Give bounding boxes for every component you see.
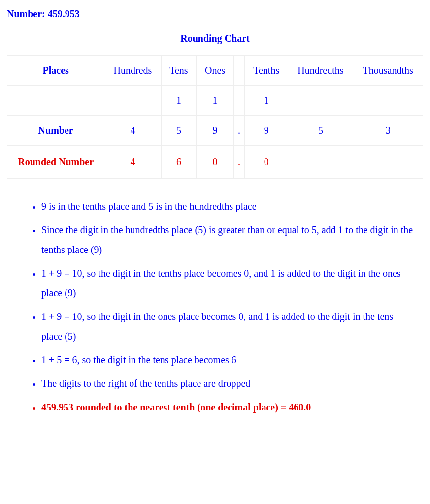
number-line: Number: 459.953 bbox=[7, 7, 423, 21]
places-header: Places bbox=[7, 56, 104, 86]
step-item: 1 + 5 = 6, so the digit in the tens plac… bbox=[41, 350, 413, 370]
col-tens: Tens bbox=[161, 56, 197, 86]
rnd-tenths: 0 bbox=[244, 146, 288, 179]
step-item: 1 + 9 = 10, so the digit in the ones pla… bbox=[41, 307, 413, 346]
table-row-number: Number 4 5 9 . 9 5 3 bbox=[7, 116, 423, 146]
carry-thousandths bbox=[353, 86, 423, 116]
col-ones: Ones bbox=[197, 56, 234, 86]
chart-title: Rounding Chart bbox=[7, 32, 423, 45]
rounded-row-header: Rounded Number bbox=[7, 146, 104, 179]
rnd-ones: 0 bbox=[197, 146, 234, 179]
step-item: 1 + 9 = 10, so the digit in the tenths p… bbox=[41, 263, 413, 303]
num-thousandths: 3 bbox=[353, 116, 423, 146]
steps-list: 9 is in the tenths place and 5 is in the… bbox=[27, 196, 423, 417]
carry-tens: 1 bbox=[161, 86, 197, 116]
step-item: The digits to the right of the tenths pl… bbox=[41, 374, 413, 393]
num-ones: 9 bbox=[197, 116, 234, 146]
rnd-hundredths bbox=[288, 146, 353, 179]
col-tenths: Tenths bbox=[244, 56, 288, 86]
num-hundredths: 5 bbox=[288, 116, 353, 146]
num-tens: 5 bbox=[161, 116, 197, 146]
carry-header bbox=[7, 86, 104, 116]
col-hundredths: Hundredths bbox=[288, 56, 353, 86]
step-item: 9 is in the tenths place and 5 is in the… bbox=[41, 196, 413, 216]
rnd-hundreds: 4 bbox=[104, 146, 161, 179]
col-decimal bbox=[233, 56, 244, 86]
rnd-tens: 6 bbox=[161, 146, 197, 179]
rounding-chart-table: Places Hundreds Tens Ones Tenths Hundred… bbox=[7, 55, 423, 179]
carry-hundredths bbox=[288, 86, 353, 116]
col-hundreds: Hundreds bbox=[104, 56, 161, 86]
table-row-rounded: Rounded Number 4 6 0 . 0 bbox=[7, 146, 423, 179]
number-row-header: Number bbox=[7, 116, 104, 146]
carry-dot bbox=[233, 86, 244, 116]
num-dot: . bbox=[233, 116, 244, 146]
step-item: Since the digit in the hundredths place … bbox=[41, 220, 413, 259]
table-row-carry: 1 1 1 bbox=[7, 86, 423, 116]
table-row-places: Places Hundreds Tens Ones Tenths Hundred… bbox=[7, 56, 423, 86]
num-hundreds: 4 bbox=[104, 116, 161, 146]
rnd-dot: . bbox=[233, 146, 244, 179]
step-result: 459.953 rounded to the nearest tenth (on… bbox=[41, 397, 413, 417]
rnd-thousandths bbox=[353, 146, 423, 179]
col-thousandths: Thousandths bbox=[353, 56, 423, 86]
carry-tenths: 1 bbox=[244, 86, 288, 116]
num-tenths: 9 bbox=[244, 116, 288, 146]
carry-ones: 1 bbox=[197, 86, 234, 116]
carry-hundreds bbox=[104, 86, 161, 116]
